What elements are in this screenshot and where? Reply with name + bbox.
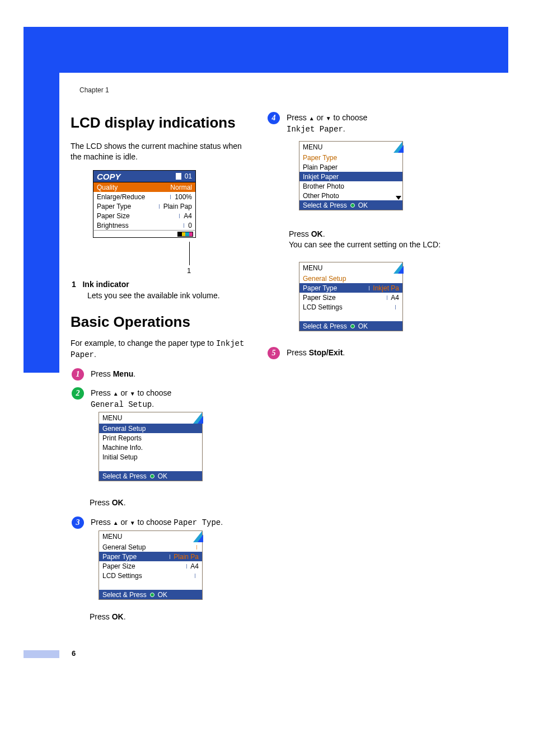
up-arrow-icon	[113, 388, 119, 397]
menu-item: Machine Info.	[99, 443, 202, 452]
copy-row: Paper Size❘A4	[93, 211, 196, 220]
heading-lcd: LCD display indications	[71, 114, 236, 132]
step-number-icon: 2	[72, 387, 84, 400]
menu-item: General Setup	[299, 274, 402, 283]
menu-lcd-step2: MENU General Setup Print Reports Machine…	[99, 412, 203, 481]
menu-item: Paper Size❘A4	[99, 561, 202, 571]
corner-icon	[394, 142, 402, 153]
document-icon	[176, 173, 181, 180]
ink-note-body: Lets you see the available ink volume.	[87, 291, 220, 300]
copy-page-indicator: 01	[176, 172, 192, 180]
menu-footer: Select & PressOK	[299, 321, 402, 331]
copy-lcd-panel: COPY 01 Quality ❘Normal Enlarge/Reduce❘1…	[93, 170, 196, 238]
side-blue-bar	[24, 27, 59, 373]
corner-icon	[193, 412, 202, 424]
basic-intro: For example, to change the paper type to…	[71, 338, 250, 360]
menu-highlight: General Setup	[99, 424, 202, 433]
step-2: 2 Press or to choose General Setup.	[72, 387, 262, 411]
menu-title: MENU	[299, 142, 402, 153]
menu-spacer	[299, 312, 402, 321]
menu-item: Paper Size❘A4	[299, 293, 402, 302]
header-blue-bar	[24, 27, 508, 73]
menu-highlight: Paper Type❘Plain Pa	[99, 552, 202, 561]
ok-dot-icon	[350, 203, 355, 208]
step-number-icon: 4	[268, 112, 280, 124]
ok-dot-icon	[150, 593, 154, 597]
press-ok-2: Press OK.	[90, 498, 126, 507]
menu-spacer	[99, 580, 202, 590]
footer-blue-bar	[24, 650, 59, 658]
corner-icon	[394, 262, 402, 274]
after-ok-text: You can see the current setting on the L…	[289, 240, 457, 250]
menu-footer: Select & PressOK	[99, 471, 202, 481]
down-arrow-icon	[326, 113, 331, 122]
ok-dot-icon	[150, 474, 154, 478]
chapter-label: Chapter 1	[79, 86, 109, 94]
ok-dot-icon	[350, 324, 355, 328]
menu-spacer	[99, 462, 202, 471]
step-1: 1 Press Menu.	[72, 368, 135, 381]
step-number-icon: 5	[268, 347, 280, 359]
menu-footer: Select & PressOK	[299, 200, 402, 210]
menu-item: Other Photo	[299, 191, 402, 200]
copy-row: Paper Type❘Plain Pap	[93, 201, 196, 211]
copy-footer	[93, 230, 196, 238]
menu-title: MENU	[99, 531, 202, 542]
up-arrow-icon	[113, 518, 119, 527]
menu-lcd-step4b: MENU General Setup Paper Type❘Inkjet Pa …	[299, 262, 403, 331]
scroll-down-icon	[396, 196, 401, 200]
corner-icon	[193, 531, 202, 542]
callout-line	[189, 242, 190, 265]
menu-highlight: Paper Type❘Inkjet Pa	[299, 283, 402, 293]
page-number: 6	[72, 649, 76, 658]
down-arrow-icon	[130, 518, 135, 527]
menu-title: MENU	[299, 262, 402, 274]
copy-row: Enlarge/Reduce❘100%	[93, 192, 196, 201]
heading-basic: Basic Operations	[71, 313, 190, 331]
menu-item: Initial Setup	[99, 452, 202, 462]
menu-footer: Select & PressOK	[99, 590, 202, 599]
menu-title: MENU	[99, 412, 202, 424]
step-number-icon: 3	[72, 516, 84, 529]
menu-lcd-step3: MENU General Setup❘ Paper Type❘Plain Pa …	[99, 530, 203, 600]
up-arrow-icon	[309, 113, 315, 122]
down-arrow-icon	[130, 388, 135, 397]
copy-header-row: Quality ❘Normal	[93, 182, 196, 192]
menu-item: Paper Type	[299, 153, 402, 162]
copy-title: COPY	[97, 172, 121, 181]
menu-highlight: Inkjet Paper	[299, 172, 402, 181]
press-ok-3: Press OK.	[90, 612, 126, 621]
copy-lcd-title-bar: COPY 01	[93, 170, 196, 182]
menu-lcd-step4a: MENU Paper Type Plain Paper Inkjet Paper…	[299, 141, 403, 210]
callout-number: 1	[187, 266, 191, 275]
ink-note-heading: 1 Ink indicator	[72, 280, 129, 289]
menu-item: LCD Settings❘	[99, 571, 202, 580]
lcd-description: The LCD shows the current machine status…	[71, 141, 250, 162]
menu-item: Plain Paper	[299, 162, 402, 172]
step-3: 3 Press or to choose Paper Type.	[72, 516, 262, 529]
copy-row: Brightness❘0	[93, 220, 196, 230]
step-number-icon: 1	[72, 368, 84, 381]
menu-item: General Setup❘	[99, 542, 202, 552]
step-5: 5 Press Stop/Exit.	[268, 347, 458, 359]
ink-indicator-icon	[177, 232, 193, 237]
press-ok-4: Press OK.	[289, 229, 325, 238]
menu-item: Print Reports	[99, 433, 202, 443]
menu-item: LCD Settings❘	[299, 302, 402, 312]
menu-item: Brother Photo	[299, 181, 402, 191]
step-4: 4 Press or to choose Inkjet Paper.	[268, 112, 458, 135]
